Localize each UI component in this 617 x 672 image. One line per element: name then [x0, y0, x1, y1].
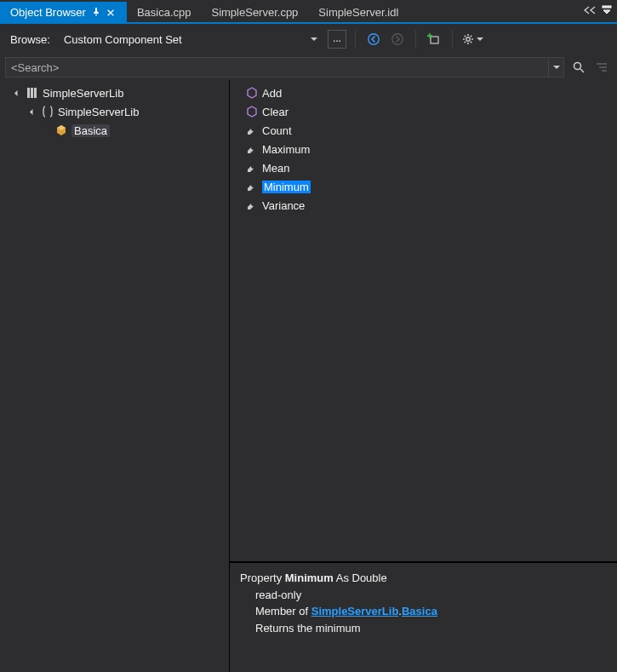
namespace-icon	[41, 105, 54, 118]
svg-point-4	[466, 37, 470, 41]
property-icon	[245, 198, 259, 212]
members-pane[interactable]: Add Clear Count Maxi	[230, 80, 617, 561]
svg-rect-6	[27, 88, 30, 98]
library-icon	[26, 86, 39, 100]
svg-rect-3	[431, 37, 438, 43]
member-label: Count	[262, 124, 292, 137]
readonly-line: read-only	[240, 587, 607, 604]
add-reference-button[interactable]	[425, 30, 443, 49]
toolbar-separator	[355, 30, 356, 49]
object-browser-body: SimpleServerLib SimpleServerLib Basica	[0, 80, 617, 672]
search-history-dropdown[interactable]	[549, 57, 564, 78]
svg-rect-0	[603, 6, 611, 8]
close-icon[interactable]	[106, 7, 117, 17]
member-item[interactable]: Maximum	[230, 140, 617, 158]
summary-line: Returns the minimum	[240, 620, 607, 637]
member-item[interactable]: Clear	[230, 102, 617, 121]
svg-point-2	[392, 34, 403, 44]
svg-point-5	[574, 63, 581, 70]
toolbar-separator	[415, 30, 416, 49]
search-bar	[0, 55, 617, 80]
declaration-line: Property Minimum As Double	[240, 570, 607, 587]
tree-item-label: Basica	[71, 124, 110, 137]
description-pane: Property Minimum As Double read-only Mem…	[230, 561, 617, 672]
tab-label: SimpleServer.cpp	[211, 6, 298, 19]
member-item[interactable]: Count	[230, 121, 617, 140]
browse-scope-value: Custom Component Set	[64, 33, 182, 46]
property-icon	[245, 161, 259, 175]
class-icon	[54, 123, 68, 137]
search-button[interactable]	[568, 56, 590, 78]
tab-basica-cpp[interactable]: Basica.cpp	[127, 2, 202, 22]
member-label: Clear	[262, 106, 289, 118]
tree-item-namespace[interactable]: SimpleServerLib	[0, 102, 229, 121]
property-icon	[245, 142, 259, 156]
member-label: Add	[262, 87, 282, 100]
member-of-prefix: Member of	[255, 605, 311, 617]
member-item-selected[interactable]: Minimum	[230, 177, 617, 196]
member-item[interactable]: Variance	[230, 196, 617, 215]
pin-icon[interactable]	[91, 7, 101, 17]
svg-rect-7	[31, 88, 33, 98]
member-item[interactable]: Mean	[230, 158, 617, 177]
decl-name: Minimum	[285, 571, 334, 584]
expander-open-icon[interactable]	[12, 88, 22, 98]
method-icon	[245, 86, 259, 100]
tree-item-class[interactable]: Basica	[0, 121, 229, 140]
tree-item-label: SimpleServerLib	[43, 87, 123, 100]
browse-edit-button[interactable]: ...	[328, 30, 346, 49]
tab-label: SimpleServer.idl	[318, 6, 398, 19]
nav-forward-button	[388, 30, 407, 49]
decl-prefix: Property	[240, 571, 285, 584]
document-tab-strip: Object Browser Basica.cpp SimpleServer.c…	[0, 0, 617, 22]
expander-open-icon[interactable]	[27, 106, 37, 117]
method-icon	[245, 105, 259, 118]
search-options-icon	[591, 57, 612, 78]
nav-back-button[interactable]	[364, 30, 383, 49]
toolbar-separator	[452, 30, 453, 49]
tab-simpleserver-idl[interactable]: SimpleServer.idl	[308, 2, 408, 22]
object-browser-settings-button[interactable]	[461, 32, 483, 46]
search-input[interactable]	[5, 57, 549, 78]
tab-object-browser[interactable]: Object Browser	[0, 2, 127, 22]
svg-rect-8	[34, 88, 37, 98]
member-item[interactable]: Add	[230, 83, 617, 102]
property-icon	[245, 180, 259, 193]
member-of-line: Member of SimpleServerLib.Basica	[240, 603, 607, 620]
member-label: Variance	[262, 199, 305, 212]
tree-item-library[interactable]: SimpleServerLib	[0, 83, 229, 102]
tab-label: Basica.cpp	[137, 6, 191, 19]
property-icon	[245, 123, 259, 137]
chevron-down-icon	[477, 37, 483, 41]
tab-simpleserver-cpp[interactable]: SimpleServer.cpp	[201, 2, 308, 22]
namespace-tree-pane[interactable]: SimpleServerLib SimpleServerLib Basica	[0, 80, 230, 672]
browse-toolbar: Browse: Custom Component Set ...	[0, 24, 617, 55]
decl-suffix: As Double	[334, 571, 387, 584]
member-label: Mean	[262, 162, 290, 175]
library-link[interactable]: SimpleServerLib	[311, 605, 399, 617]
svg-point-1	[368, 34, 379, 44]
browse-scope-dropdown[interactable]: Custom Component Set	[59, 29, 323, 49]
right-pane: Add Clear Count Maxi	[230, 80, 617, 672]
member-label: Minimum	[262, 181, 311, 193]
window-menu-icon[interactable]	[602, 5, 612, 18]
browse-label: Browse:	[10, 33, 50, 46]
member-label: Maximum	[262, 143, 310, 156]
tab-label: Object Browser	[10, 6, 86, 19]
tree-item-label: SimpleServerLib	[58, 106, 139, 118]
tab-overflow-icon[interactable]	[583, 5, 597, 18]
class-link[interactable]: Basica	[402, 605, 437, 617]
